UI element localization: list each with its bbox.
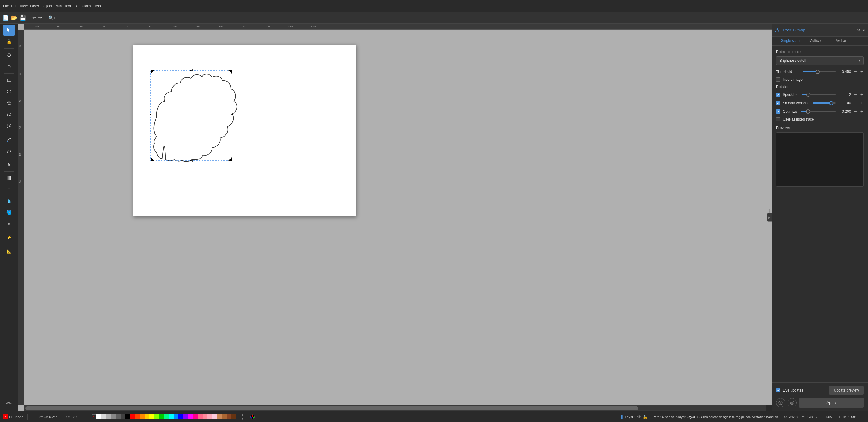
- color-rose[interactable]: [198, 415, 203, 419]
- color-dark-blue[interactable]: [179, 415, 183, 419]
- color-ddgray[interactable]: [116, 415, 121, 419]
- stop-btn[interactable]: [787, 398, 797, 407]
- layer-eye-btn[interactable]: 👁: [637, 415, 641, 419]
- user-assisted-checkbox[interactable]: [776, 117, 780, 121]
- tweak-tool-btn[interactable]: ⊕: [3, 61, 15, 72]
- color-lgray[interactable]: [101, 415, 106, 419]
- color-gray[interactable]: [106, 415, 111, 419]
- color-yellow[interactable]: [145, 415, 150, 419]
- r-minus-btn[interactable]: −: [859, 415, 861, 419]
- text-menu[interactable]: Text: [64, 4, 71, 8]
- r-plus-btn[interactable]: +: [863, 415, 865, 419]
- color-red[interactable]: [130, 415, 135, 419]
- tab-multicolor[interactable]: Multicolor: [804, 37, 830, 45]
- panel-maximize-btn[interactable]: ▾: [863, 28, 865, 33]
- tab-single-scan[interactable]: Single scan: [776, 37, 804, 45]
- update-preview-btn[interactable]: Update preview: [829, 386, 864, 395]
- palette-down-btn[interactable]: ▼: [241, 417, 244, 420]
- optimize-thumb[interactable]: [806, 110, 810, 114]
- color-darkest-brown[interactable]: [231, 415, 236, 419]
- calligraphy-tool-btn[interactable]: [3, 146, 15, 156]
- gradient-tool-btn[interactable]: [3, 173, 15, 184]
- threshold-plus-btn[interactable]: +: [860, 69, 864, 74]
- lock-tool-btn[interactable]: 🔒: [3, 36, 15, 47]
- select-tool-btn[interactable]: [3, 25, 15, 36]
- dropper-tool-btn[interactable]: 💧: [3, 195, 15, 207]
- scrollbar-horizontal[interactable]: [24, 405, 772, 411]
- color-pink[interactable]: [193, 415, 198, 419]
- optimize-checkbox[interactable]: [776, 110, 780, 114]
- speckles-plus-btn[interactable]: +: [860, 92, 864, 97]
- info-btn[interactable]: i: [776, 398, 785, 407]
- smooth-corners-checkbox[interactable]: [776, 101, 780, 105]
- layer-lock-btn[interactable]: 🔒: [643, 415, 648, 419]
- color-blue[interactable]: [174, 415, 179, 419]
- palette-up-btn[interactable]: ▲: [241, 413, 244, 417]
- optimize-plus-btn[interactable]: +: [860, 109, 864, 114]
- path-menu[interactable]: Path: [55, 4, 62, 8]
- app-menu[interactable]: File: [3, 4, 9, 8]
- speckles-checkbox[interactable]: [776, 93, 780, 97]
- threshold-thumb[interactable]: [815, 70, 820, 74]
- color-white[interactable]: [96, 415, 101, 419]
- color-orange[interactable]: [140, 415, 145, 419]
- speckles-minus-btn[interactable]: −: [853, 92, 857, 97]
- color-brown[interactable]: [217, 415, 222, 419]
- color-magenta[interactable]: [188, 415, 193, 419]
- smooth-corners-plus-btn[interactable]: +: [860, 100, 864, 106]
- help-menu[interactable]: Help: [93, 4, 101, 8]
- spray-tool-btn[interactable]: ✦: [3, 218, 15, 230]
- opacity-minus-btn[interactable]: −: [78, 415, 80, 419]
- color-mint[interactable]: [164, 415, 169, 419]
- object-menu[interactable]: Object: [41, 4, 52, 8]
- canvas-viewport[interactable]: [24, 30, 772, 405]
- panel-collapse-arrow[interactable]: ▶: [767, 213, 772, 221]
- threshold-slider[interactable]: [803, 71, 836, 72]
- apply-btn[interactable]: Apply: [799, 398, 864, 408]
- panel-scrollbar-area[interactable]: [866, 114, 868, 375]
- redo-btn[interactable]: ↪: [38, 15, 42, 21]
- speckles-thumb[interactable]: [806, 93, 810, 97]
- invert-image-checkbox[interactable]: [776, 78, 780, 82]
- color-violet[interactable]: [183, 415, 188, 419]
- tab-pixel-art[interactable]: Pixel art: [830, 37, 852, 45]
- edit-menu[interactable]: Edit: [11, 4, 18, 8]
- open-btn[interactable]: 📂: [11, 14, 18, 21]
- new-btn[interactable]: 📄: [2, 14, 9, 21]
- color-wheel-btn[interactable]: [250, 414, 255, 420]
- smooth-corners-minus-btn[interactable]: −: [853, 100, 857, 106]
- ellipse-tool-btn[interactable]: [3, 86, 15, 97]
- color-blush[interactable]: [212, 415, 217, 419]
- color-dddgray[interactable]: [121, 415, 125, 419]
- color-black[interactable]: [125, 415, 130, 419]
- measure-tool-btn[interactable]: 📐: [3, 246, 15, 257]
- smooth-corners-thumb[interactable]: [829, 101, 833, 105]
- zoom-plus-btn[interactable]: +: [838, 415, 840, 419]
- layer-menu[interactable]: Layer: [30, 4, 39, 8]
- 3d-tool-btn[interactable]: 3D: [3, 109, 15, 120]
- layer-name[interactable]: Layer 1: [625, 415, 636, 419]
- optimize-minus-btn[interactable]: −: [853, 109, 857, 114]
- stroke-swatch[interactable]: [32, 415, 36, 419]
- color-dark-brown[interactable]: [222, 415, 227, 419]
- zoom-minus-btn[interactable]: −: [834, 415, 836, 419]
- spiral-tool-btn[interactable]: @: [3, 121, 15, 131]
- threshold-minus-btn[interactable]: −: [853, 69, 857, 74]
- optimize-slider[interactable]: [801, 111, 836, 112]
- color-bright-yellow[interactable]: [150, 415, 154, 419]
- color-light-rose[interactable]: [203, 415, 207, 419]
- node-tool-btn[interactable]: [3, 50, 15, 61]
- panel-divider[interactable]: [767, 209, 772, 213]
- panel-close-btn[interactable]: ✕: [857, 28, 861, 33]
- smooth-corners-slider[interactable]: [812, 102, 836, 104]
- opacity-plus-btn[interactable]: +: [81, 415, 83, 419]
- pen-tool-btn[interactable]: [3, 134, 15, 145]
- color-lighter-rose[interactable]: [207, 415, 212, 419]
- detection-mode-dropdown[interactable]: Brightness cutoff ▾: [776, 56, 864, 65]
- connector-tool-btn[interactable]: ⚡: [3, 232, 15, 243]
- undo-btn[interactable]: ↩: [32, 15, 36, 21]
- palette-scroll[interactable]: ▲ ▼: [241, 413, 244, 420]
- paint-bucket-btn[interactable]: 🪣: [3, 207, 15, 218]
- live-updates-checkbox[interactable]: [776, 388, 780, 392]
- rect-tool-btn[interactable]: [3, 75, 15, 86]
